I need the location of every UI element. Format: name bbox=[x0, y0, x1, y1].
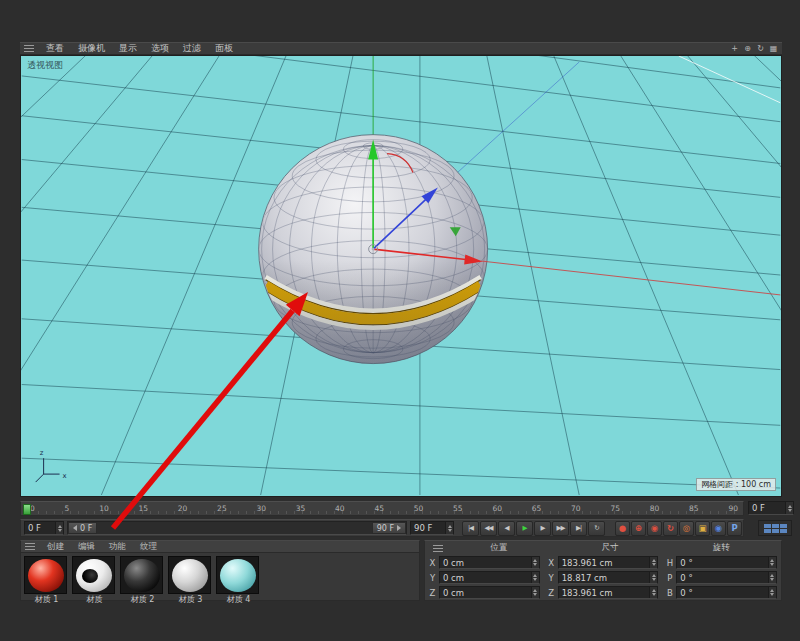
record-position-button[interactable]: ⊕ bbox=[631, 521, 646, 536]
play-button[interactable]: ▶ bbox=[516, 521, 533, 536]
palette-cell bbox=[772, 524, 779, 528]
keyframe-selection-button[interactable]: ◉ bbox=[711, 521, 726, 536]
material-thumbnail[interactable] bbox=[120, 556, 163, 594]
coord-axis-label: X bbox=[548, 558, 555, 568]
layout-palette-button[interactable] bbox=[758, 520, 792, 536]
ruler-tick-5: 5 bbox=[65, 504, 70, 513]
material-item[interactable]: 材质 3 bbox=[168, 556, 213, 604]
coord-rotation-B-field[interactable]: 0 ° bbox=[676, 586, 777, 599]
solo-button[interactable]: ▦ bbox=[743, 521, 744, 536]
material-item[interactable]: 材质 1 bbox=[24, 556, 69, 604]
coord-rotation-H-field[interactable]: 0 ° bbox=[676, 556, 777, 569]
current-frame-field[interactable]: 0 F bbox=[748, 501, 794, 515]
coord-axis-label: P bbox=[666, 573, 673, 583]
material-name: 材质 2 bbox=[120, 594, 165, 604]
rotate-view-icon[interactable]: ↻ bbox=[754, 44, 767, 53]
previous-key-button[interactable]: ◀◀ bbox=[480, 521, 497, 536]
coord-rotation-P-field[interactable]: 0 ° bbox=[676, 571, 777, 584]
material-item[interactable]: 材质 2 bbox=[120, 556, 165, 604]
viewport-canvas: z x bbox=[21, 56, 781, 496]
materials-menu-item-2[interactable]: 编辑 bbox=[71, 541, 102, 553]
field-spinner[interactable] bbox=[649, 587, 657, 598]
menu-item-6[interactable]: 面板 bbox=[208, 42, 240, 55]
pan-view-icon[interactable]: + bbox=[728, 44, 741, 53]
menu-item-2[interactable]: 摄像机 bbox=[71, 42, 112, 55]
timeline-range-slider[interactable]: 0 F 90 F bbox=[67, 521, 407, 535]
field-spinner[interactable] bbox=[785, 502, 793, 514]
record-rotation-button[interactable]: ↻ bbox=[663, 521, 678, 536]
menu-item-3[interactable]: 显示 bbox=[112, 42, 144, 55]
coord-size-X-field[interactable]: 183.961 cm bbox=[558, 556, 659, 569]
field-spinner[interactable] bbox=[768, 587, 776, 598]
material-menu-items: 创建编辑功能纹理 bbox=[40, 541, 164, 553]
field-spinner[interactable] bbox=[531, 572, 539, 583]
ruler-tick-40: 40 bbox=[335, 504, 345, 513]
end-frame-field[interactable]: 90 F bbox=[410, 521, 454, 535]
goto-start-button[interactable]: |◀ bbox=[462, 521, 479, 536]
coord-position-Z-field[interactable]: 0 cm bbox=[439, 586, 540, 599]
record-keyframe-button[interactable]: ● bbox=[615, 521, 630, 536]
frame-display-value: 0 F bbox=[25, 523, 55, 533]
coordinates-header: 位置 尺寸 旋转 bbox=[429, 542, 777, 554]
coord-size-Z-field[interactable]: 183.961 cm bbox=[558, 586, 659, 599]
field-spinner[interactable] bbox=[55, 522, 63, 534]
panel-menu-icon[interactable] bbox=[24, 45, 34, 52]
field-spinner[interactable] bbox=[649, 572, 657, 583]
materials-menu-item-4[interactable]: 纹理 bbox=[133, 541, 164, 553]
range-start-grip[interactable]: 0 F bbox=[68, 522, 97, 534]
next-frame-button[interactable]: ▶ bbox=[534, 521, 551, 536]
material-item[interactable]: 材质 4 bbox=[216, 556, 261, 604]
autokey-button[interactable]: ▣ bbox=[695, 521, 710, 536]
material-item[interactable]: 材质 bbox=[72, 556, 117, 604]
material-thumbnail[interactable] bbox=[168, 556, 211, 594]
field-spinner[interactable] bbox=[445, 522, 453, 534]
field-spinner[interactable] bbox=[768, 572, 776, 583]
menu-item-4[interactable]: 选项 bbox=[144, 42, 176, 55]
next-key-button[interactable]: ▶▶ bbox=[552, 521, 569, 536]
loop-button[interactable]: ↻ bbox=[588, 521, 605, 536]
ruler-tick-50: 50 bbox=[414, 504, 424, 513]
materials-menu-item-3[interactable]: 功能 bbox=[102, 541, 133, 553]
material-thumbnail[interactable] bbox=[216, 556, 259, 594]
field-spinner[interactable] bbox=[768, 557, 776, 568]
material-menu-icon[interactable] bbox=[25, 543, 35, 550]
axis-x-label: x bbox=[63, 472, 67, 480]
coord-value: 0 cm bbox=[440, 573, 531, 583]
coord-size-Y-field[interactable]: 18.817 cm bbox=[558, 571, 659, 584]
frame-display-field[interactable]: 0 F bbox=[24, 521, 64, 535]
toggle-view-icon[interactable]: ▦ bbox=[767, 44, 780, 53]
range-end-grip[interactable]: 90 F bbox=[372, 522, 406, 534]
timeline-ruler[interactable]: 051015202530354045505560657075808590 bbox=[20, 501, 744, 516]
field-spinner[interactable] bbox=[531, 557, 539, 568]
menu-item-1[interactable]: 查看 bbox=[39, 42, 71, 55]
field-spinner[interactable] bbox=[531, 587, 539, 598]
viewport[interactable]: z x 透视视图 网格间距 : 100 cm bbox=[20, 55, 782, 497]
range-slider-track[interactable] bbox=[97, 522, 371, 534]
palette-cell bbox=[780, 524, 787, 528]
material-thumbnail[interactable] bbox=[24, 556, 67, 594]
timeline-playhead[interactable] bbox=[23, 504, 31, 515]
material-menubar: 创建编辑功能纹理 bbox=[21, 541, 419, 553]
coord-position-Y-field[interactable]: 0 cm bbox=[439, 571, 540, 584]
material-manager: 创建编辑功能纹理 材质 1材质材质 2材质 3材质 4 bbox=[20, 540, 420, 601]
menu-item-5[interactable]: 过滤 bbox=[176, 42, 208, 55]
coord-value: 0 ° bbox=[677, 573, 768, 583]
coord-position-X-field[interactable]: 0 cm bbox=[439, 556, 540, 569]
material-name: 材质 bbox=[72, 594, 117, 604]
coord-value: 18.817 cm bbox=[559, 573, 650, 583]
material-name: 材质 3 bbox=[168, 594, 213, 604]
record-scale-button[interactable]: ◉ bbox=[647, 521, 662, 536]
field-spinner[interactable] bbox=[649, 557, 657, 568]
goto-end-button[interactable]: ▶| bbox=[570, 521, 587, 536]
previous-frame-button[interactable]: ◀ bbox=[498, 521, 515, 536]
material-ball-red bbox=[28, 559, 64, 592]
material-thumbnail[interactable] bbox=[72, 556, 115, 594]
record-point-level-button[interactable]: ◎ bbox=[679, 521, 694, 536]
material-name: 材质 1 bbox=[24, 594, 69, 604]
coords-menu-icon[interactable] bbox=[433, 545, 443, 552]
ruler-tick-25: 25 bbox=[217, 504, 227, 513]
viewport-title[interactable]: 透视视图 bbox=[27, 59, 63, 72]
zoom-view-icon[interactable]: ⊕ bbox=[741, 44, 754, 53]
parameter-record-button[interactable]: P bbox=[727, 521, 742, 536]
materials-menu-item-1[interactable]: 创建 bbox=[40, 541, 71, 553]
